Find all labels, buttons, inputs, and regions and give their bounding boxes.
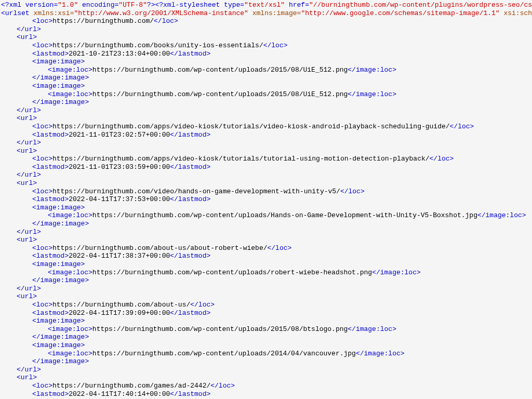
xml-sitemap-content: <?xml version="1.0" encoding="UTF-8"?><?… [1, 1, 531, 398]
